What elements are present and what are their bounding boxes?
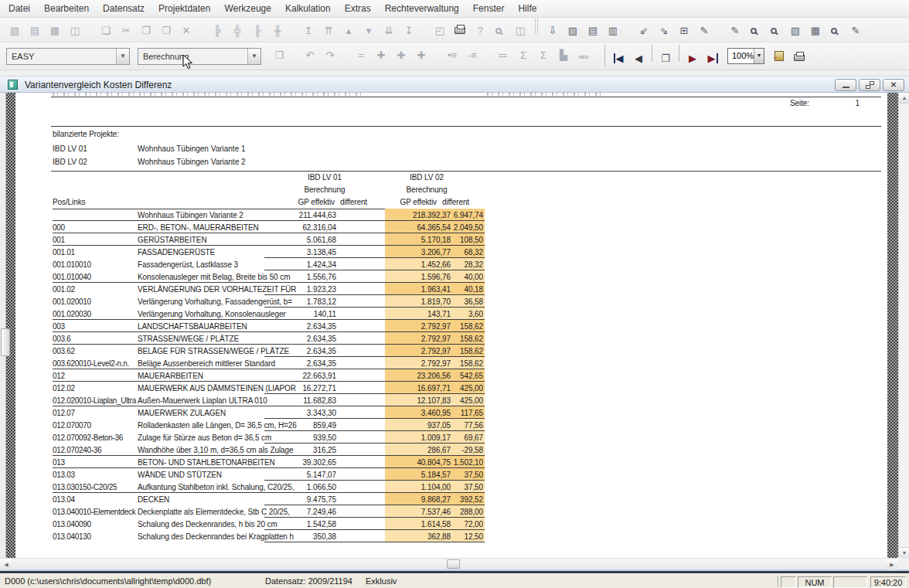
menu-bar: DateiBearbeitenDatensatzProjektdatenWerk… xyxy=(0,0,909,18)
address-book-icon[interactable]: ◫ xyxy=(65,21,85,39)
split-view-icon[interactable]: ◫ xyxy=(510,21,530,39)
insert-row-icon[interactable]: ✚ xyxy=(371,46,391,64)
edit-user-icon[interactable]: ✎ xyxy=(846,21,866,39)
numbered-list-icon[interactable]: ≔ xyxy=(493,46,513,64)
move-to-bottom-icon[interactable]: ↧ xyxy=(399,21,419,39)
horizontal-scrollbar[interactable]: ◀ ▶ xyxy=(0,558,898,569)
column-gp-lv2: GP effektiv xyxy=(367,198,437,206)
menu-item-datensatz[interactable]: Datensatz xyxy=(96,0,152,18)
print-icon[interactable] xyxy=(450,19,470,38)
move-up-double-icon[interactable]: ⇈ xyxy=(318,21,339,39)
scroll-right-icon[interactable]: ▶ xyxy=(886,559,898,570)
close-button[interactable]: ✕ xyxy=(883,79,904,91)
copy-pages-icon[interactable]: ❐ xyxy=(655,49,676,67)
row-gp2: 218.392,37 xyxy=(385,209,451,221)
add-row-icon[interactable]: ✚ xyxy=(391,46,411,64)
documents-icon[interactable]: ▧ xyxy=(785,21,805,39)
sum-icon[interactable]: Σ xyxy=(533,46,553,64)
sum-filter-icon[interactable]: Σ xyxy=(513,46,533,64)
tree-move-icon[interactable]: ╟ xyxy=(247,21,267,39)
menu-item-extras[interactable]: Extras xyxy=(338,0,378,18)
edit-form-icon[interactable]: ▥ xyxy=(603,21,623,39)
tree-structure-icon[interactable]: ╫ xyxy=(267,21,288,39)
copy-icon[interactable]: ❐ xyxy=(136,21,156,39)
tree-insert-sub-icon[interactable]: ╬ xyxy=(227,21,247,39)
window-tiles-icon[interactable]: ⊞ xyxy=(674,21,694,39)
import-data-icon[interactable]: ⇩ xyxy=(543,21,563,39)
row-diff2: 40,18 xyxy=(451,283,485,295)
print-page-button[interactable] xyxy=(789,47,809,66)
move-to-top-icon[interactable]: ↥ xyxy=(298,21,318,39)
scroll-up-icon[interactable]: ▲ xyxy=(899,93,909,104)
minimize-button[interactable] xyxy=(835,79,856,91)
restore-button[interactable] xyxy=(859,79,880,91)
new-document-icon[interactable]: ❏ xyxy=(96,21,116,39)
zoom-level-select[interactable]: 100% ▼ xyxy=(727,48,764,64)
delete-icon[interactable]: ✕ xyxy=(176,21,196,39)
mode-combo[interactable]: Berechnung ▼ xyxy=(138,48,261,65)
move-down-icon[interactable]: ▾ xyxy=(359,21,379,39)
redo-icon[interactable]: ↷ xyxy=(320,46,340,64)
catalog-icon[interactable]: ▨ xyxy=(563,21,583,39)
jump-next-icon[interactable]: ⇘ xyxy=(654,21,674,39)
pin-icon[interactable]: ✎ xyxy=(694,21,714,39)
easy-combo[interactable]: EASY ▼ xyxy=(6,48,130,65)
text-blocks-icon[interactable]: ▤ xyxy=(25,21,45,39)
row-gp1: 939,50 xyxy=(264,431,336,444)
search-icon[interactable] xyxy=(490,23,510,42)
table-row: Wohnhaus Tübingen Variante 2211.444,6321… xyxy=(53,209,485,221)
table-row: 003.6STRASSEN/WEGE / PLÄTZE2.634,352.792… xyxy=(53,332,485,345)
scroll-left-icon[interactable]: ◀ xyxy=(0,559,12,570)
tree-insert-icon[interactable]: ╠ xyxy=(207,21,227,39)
edit-table-icon[interactable]: ▦ xyxy=(805,21,826,39)
menu-item-fenster[interactable]: Fenster xyxy=(466,0,512,18)
row-gp1: 140,11 xyxy=(264,308,336,320)
last-page-icon[interactable]: ▶ xyxy=(703,49,723,67)
edit-list-icon[interactable]: ▤ xyxy=(583,21,603,39)
next-page-icon[interactable]: ▶ xyxy=(683,49,703,67)
scroll-down-icon[interactable]: ▼ xyxy=(899,547,909,558)
chevron-down-icon[interactable]: ▼ xyxy=(247,49,260,64)
menu-item-werkzeuge[interactable]: Werkzeuge xyxy=(217,0,277,18)
menu-item-hilfe[interactable]: Hilfe xyxy=(511,0,543,18)
horizontal-scrollbar-thumb[interactable] xyxy=(447,559,460,569)
prev-page-icon[interactable]: ◀ xyxy=(628,49,649,67)
menu-item-datei[interactable]: Datei xyxy=(2,0,37,18)
chevron-down-icon[interactable]: ▼ xyxy=(754,49,764,63)
load-view-icon[interactable]: ❒ xyxy=(269,46,289,64)
jump-previous-icon[interactable]: ⇙ xyxy=(634,21,654,39)
menu-item-kalkulation[interactable]: Kalkulation xyxy=(278,0,338,18)
edit-record-icon[interactable]: ✎ xyxy=(725,21,745,39)
help-icon[interactable]: ? xyxy=(470,21,490,39)
reb-export-icon[interactable]: REB xyxy=(574,48,594,66)
undo-icon[interactable]: ↶ xyxy=(300,46,320,64)
close-preview-button[interactable] xyxy=(769,47,789,66)
search-project-icon[interactable] xyxy=(745,23,765,42)
move-up-icon[interactable]: ▴ xyxy=(339,21,359,39)
menu-item-projektdaten[interactable]: Projektdaten xyxy=(152,0,217,18)
row-gp1: 2.634,35 xyxy=(264,345,336,357)
vertical-scrollbar-thumb[interactable] xyxy=(1,328,10,356)
search-record-icon[interactable] xyxy=(765,23,785,42)
image-manager-icon[interactable]: ▦ xyxy=(45,21,65,39)
add-subrow-icon[interactable]: ✚ xyxy=(411,46,431,64)
row-gp2: 3.206,77 xyxy=(385,246,451,258)
chevron-down-icon[interactable]: ▼ xyxy=(116,49,129,64)
cut-icon[interactable]: ✂ xyxy=(116,21,136,39)
statistics-icon[interactable]: ▙ xyxy=(553,46,574,64)
paste-icon[interactable]: ❒ xyxy=(156,21,176,39)
remove-row-icon[interactable]: = xyxy=(351,46,371,64)
column-sub-lv1: Berechnung xyxy=(286,185,363,194)
outline-bullet-icon[interactable]: •≡ xyxy=(442,46,462,64)
menu-item-bearbeiten[interactable]: Bearbeiten xyxy=(37,0,96,18)
menu-item-rechteverwaltung[interactable]: Rechteverwaltung xyxy=(378,0,466,18)
copy-pages-icon: ❐ xyxy=(661,53,670,63)
vertical-scrollbar[interactable]: ▲ ▼ xyxy=(898,93,909,558)
form-preview-icon[interactable]: ▧ xyxy=(5,21,25,39)
outline-dash-icon[interactable]: -≡ xyxy=(462,46,482,64)
search-text-icon[interactable] xyxy=(826,23,846,42)
move-down-double-icon[interactable]: ⇊ xyxy=(379,21,399,39)
page-preview-icon[interactable]: ◰ xyxy=(430,21,450,39)
first-page-icon[interactable]: ◀ xyxy=(608,49,628,67)
row-gp2: 143,71 xyxy=(385,308,451,320)
